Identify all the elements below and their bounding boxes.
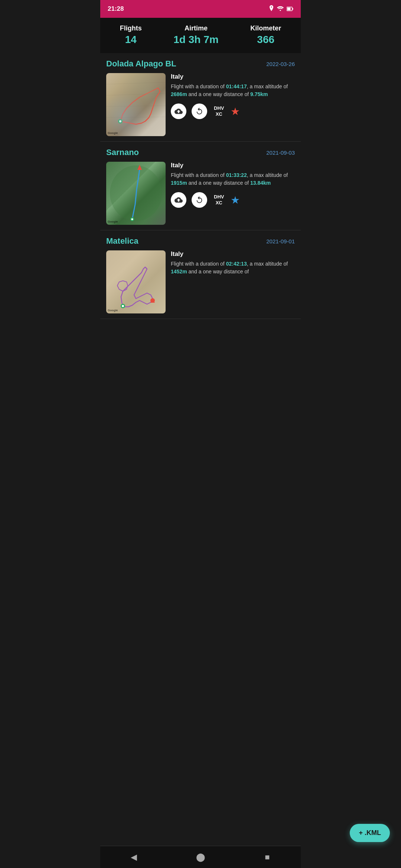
wifi-icon	[277, 6, 284, 12]
favorite-btn-2[interactable]: ★	[231, 194, 240, 206]
flight-map-2[interactable]: Google	[106, 162, 166, 225]
flight-header-2: Sarnano 2021-09-03	[106, 148, 295, 157]
svg-line-5	[106, 106, 166, 106]
flight-country-1: Italy	[171, 73, 295, 80]
flight-header-3: Matelica 2021-09-01	[106, 236, 295, 246]
flight-date-2: 2021-09-03	[266, 149, 295, 156]
battery-icon	[287, 6, 293, 12]
google-watermark-1: Google	[108, 131, 118, 135]
flight-map-1[interactable]: Google	[106, 73, 166, 136]
flight-distance-2: 13.84km	[250, 180, 271, 186]
dhv-xc-badge-1[interactable]: DHVXC	[214, 105, 224, 117]
flight-info-1: Italy Flight with a duration of 01:44:17…	[171, 73, 295, 136]
airtime-value: 1d 3h 7m	[173, 34, 218, 46]
flight-altitude-1: 2686m	[171, 91, 187, 97]
upload-btn-1[interactable]	[171, 103, 186, 119]
dhv-xc-badge-2[interactable]: DHVXC	[214, 194, 224, 206]
upload-btn-2[interactable]	[171, 192, 186, 208]
flight-country-2: Italy	[171, 162, 295, 169]
status-time: 21:28	[108, 5, 124, 13]
google-watermark-2: Google	[108, 220, 118, 223]
flight-desc-2: Flight with a duration of 01:33:22, a ma…	[171, 171, 295, 187]
status-bar: 21:28	[100, 0, 301, 18]
flights-value: 14	[120, 34, 142, 46]
flight-actions-2: DHVXC ★	[171, 192, 295, 208]
airtime-label: Airtime	[173, 24, 218, 32]
flight-date-1: 2022-03-26	[266, 61, 295, 67]
svg-rect-2	[293, 8, 293, 10]
flight-duration-2: 01:33:22	[226, 172, 247, 178]
stat-flights: Flights 14	[120, 24, 142, 46]
flight-desc-3: Flight with a duration of 02:42:13, a ma…	[171, 260, 295, 276]
kilometer-label: Kilometer	[250, 24, 281, 32]
flight-location-2: Sarnano	[106, 148, 139, 157]
svg-line-6	[106, 117, 166, 118]
stats-header: Flights 14 Airtime 1d 3h 7m Kilometer 36…	[100, 18, 301, 53]
replay-btn-1[interactable]	[192, 103, 207, 119]
status-icons	[269, 5, 293, 13]
flight-list: Dolada Alpago BL 2022-03-26 Google	[100, 53, 301, 319]
svg-point-8	[119, 120, 121, 122]
favorite-btn-1[interactable]: ★	[231, 105, 240, 118]
svg-point-7	[118, 119, 123, 124]
flight-altitude-2: 1915m	[171, 180, 187, 186]
flight-card-1[interactable]: Dolada Alpago BL 2022-03-26 Google	[100, 53, 301, 142]
flight-location-3: Matelica	[106, 236, 138, 246]
flight-map-3[interactable]: Google	[106, 250, 166, 313]
flight-duration-3: 02:42:13	[226, 261, 247, 267]
svg-point-14	[122, 305, 124, 307]
flight-duration-1: 01:44:17	[226, 83, 247, 89]
flight-body-1: Google Italy Flight with a duration of 0…	[106, 73, 295, 136]
svg-rect-1	[287, 7, 291, 10]
flight-country-3: Italy	[171, 250, 295, 258]
google-watermark-3: Google	[108, 309, 118, 312]
flight-card-2[interactable]: Sarnano 2021-09-03 Google Ital	[100, 142, 301, 230]
svg-line-4	[106, 93, 166, 95]
flight-location-1: Dolada Alpago BL	[106, 59, 176, 69]
stat-kilometer: Kilometer 366	[250, 24, 281, 46]
flight-card-3[interactable]: Matelica 2021-09-01 Google	[100, 230, 301, 319]
location-icon	[269, 5, 274, 13]
svg-point-12	[131, 218, 133, 220]
replay-btn-2[interactable]	[192, 192, 207, 208]
flight-info-3: Italy Flight with a duration of 02:42:13…	[171, 250, 295, 313]
flight-distance-1: 9.75km	[250, 91, 268, 97]
flight-info-2: Italy Flight with a duration of 01:33:22…	[171, 162, 295, 225]
svg-line-3	[106, 82, 166, 84]
kilometer-value: 366	[250, 34, 281, 46]
flight-body-3: Google Italy Flight with a duration of 0…	[106, 250, 295, 313]
flight-altitude-3: 1452m	[171, 269, 187, 274]
flight-body-2: Google Italy Flight with a duration of 0…	[106, 162, 295, 225]
flight-actions-1: DHVXC ★	[171, 103, 295, 119]
flight-header-1: Dolada Alpago BL 2022-03-26	[106, 59, 295, 69]
stat-airtime: Airtime 1d 3h 7m	[173, 24, 218, 46]
flight-date-3: 2021-09-01	[266, 238, 295, 244]
flight-desc-1: Flight with a duration of 01:44:17, a ma…	[171, 83, 295, 98]
flights-label: Flights	[120, 24, 142, 32]
